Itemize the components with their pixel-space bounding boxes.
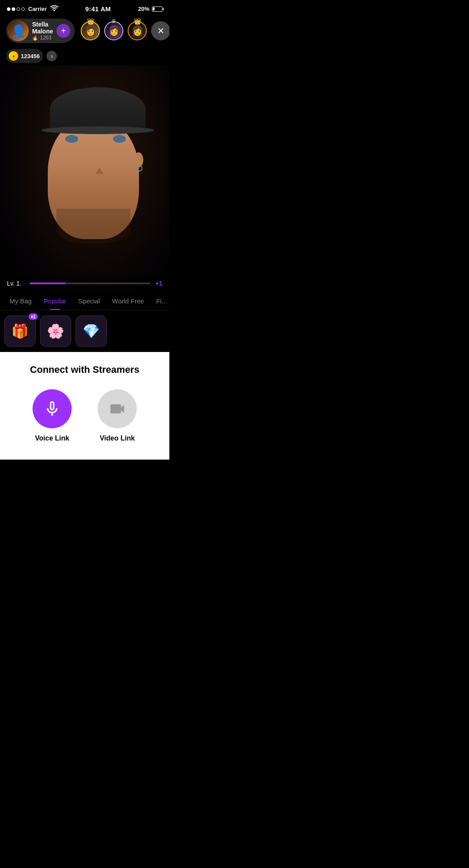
top-avatars: 👑 👩 ♛ 👩 👑 👩 ✕	[79, 20, 169, 42]
voice-link-label: Voice Link	[35, 434, 69, 442]
earring	[136, 165, 142, 171]
tab-more[interactable]: Fi...	[150, 291, 169, 310]
streamer-profile[interactable]: 👤 Stella Malone 🔥 1263 +	[6, 19, 75, 43]
crown-2-silver: ♛	[111, 18, 116, 24]
top-section: 👤 Stella Malone 🔥 1263 + 👑 👩 ♛	[0, 15, 169, 46]
follow-button[interactable]: +	[56, 24, 70, 38]
avatar-face-1: 👩	[82, 22, 99, 39]
score-value: 1263	[40, 35, 52, 41]
gift-tabs: My Bag Popular Special World Free Fi...	[0, 291, 169, 310]
streamer-avatar-img: 👤	[8, 20, 29, 41]
video-link-label: Video Link	[100, 434, 135, 442]
gift-items-row: x1 🎁 🌸 💎	[0, 310, 169, 352]
eye-right	[113, 135, 126, 143]
avatar-face-3: 👩	[129, 22, 146, 39]
eye-left	[65, 135, 78, 143]
signal-dot-2	[12, 7, 15, 11]
level-label: Lv. 1.	[7, 280, 24, 287]
level-progress-fill	[30, 283, 66, 284]
top-avatar-2[interactable]: ♛ 👩	[102, 20, 125, 42]
video-area: Lv. 1. +1	[0, 66, 169, 291]
voice-link-option[interactable]: Voice Link	[33, 389, 72, 442]
level-bar-section: Lv. 1. +1	[0, 276, 169, 291]
connect-title: Connect with Streamers	[9, 364, 161, 375]
level-progress-bar	[30, 283, 150, 284]
battery-icon	[152, 7, 162, 12]
status-bar: Carrier 9:41 AM 20%	[0, 0, 169, 15]
gift-emoji-2: 🌸	[47, 323, 64, 339]
gift-item-1[interactable]: x1 🎁	[4, 316, 36, 347]
video-background: Lv. 1. +1	[0, 66, 169, 291]
streamer-avatar: 👤	[8, 20, 29, 41]
beard-area	[56, 209, 130, 243]
microphone-icon	[43, 400, 61, 418]
video-link-option[interactable]: Video Link	[98, 389, 137, 442]
nose	[96, 163, 103, 174]
voice-link-button[interactable]	[33, 389, 72, 428]
crown-3-orange: 👑	[134, 18, 141, 25]
level-plus: +1	[155, 280, 162, 287]
status-left: Carrier	[7, 5, 58, 13]
connect-buttons: Voice Link Video Link	[9, 389, 161, 442]
coin-amount: 123456	[21, 53, 40, 59]
streamer-score: 🔥 1263	[32, 35, 53, 41]
tab-popular[interactable]: Popular	[38, 291, 73, 310]
tab-special[interactable]: Special	[73, 291, 106, 310]
avatar-face-2: 👩	[105, 22, 122, 39]
hat	[50, 87, 145, 131]
tab-world-free[interactable]: World Free	[106, 291, 150, 310]
fire-icon: 🔥	[32, 35, 38, 41]
crown-1-gold: 👑	[87, 18, 94, 25]
signal-dot-1	[7, 7, 10, 11]
video-camera-icon	[108, 400, 126, 418]
signal-dots	[7, 7, 25, 11]
signal-dot-3	[17, 7, 20, 11]
tab-my-bag[interactable]: My Bag	[3, 291, 38, 310]
top-avatar-1[interactable]: 👑 👩	[79, 20, 102, 42]
coin-pill[interactable]: ● 123456	[6, 49, 43, 63]
streamer-video-face	[26, 79, 156, 261]
status-right: 20%	[138, 6, 162, 12]
wifi-icon	[50, 5, 58, 13]
signal-dot-4	[21, 7, 25, 11]
top-avatar-3[interactable]: 👑 👩	[126, 20, 149, 42]
coin-badge-area[interactable]: ● 123456 ›	[6, 49, 163, 63]
gift-emoji-3: 💎	[83, 323, 100, 339]
coin-icon: ●	[9, 51, 18, 61]
coin-arrow-button[interactable]: ›	[46, 51, 57, 61]
streamer-name: Stella Malone	[32, 21, 53, 35]
gift-emoji-1: 🎁	[11, 323, 29, 339]
gift-item-3[interactable]: 💎	[76, 316, 107, 347]
close-avatars-button[interactable]: ✕	[151, 21, 169, 40]
streamer-info: Stella Malone 🔥 1263	[32, 21, 53, 41]
carrier-label: Carrier	[28, 6, 47, 12]
battery-percent: 20%	[138, 6, 149, 12]
status-time: 9:41 AM	[85, 5, 111, 13]
video-link-button[interactable]	[98, 389, 137, 428]
gift-tabs-section: My Bag Popular Special World Free Fi... …	[0, 291, 169, 352]
bottom-section: Connect with Streamers Voice Link Video …	[0, 352, 169, 460]
gift-badge-1: x1	[29, 313, 38, 320]
gift-item-2[interactable]: 🌸	[40, 316, 71, 347]
